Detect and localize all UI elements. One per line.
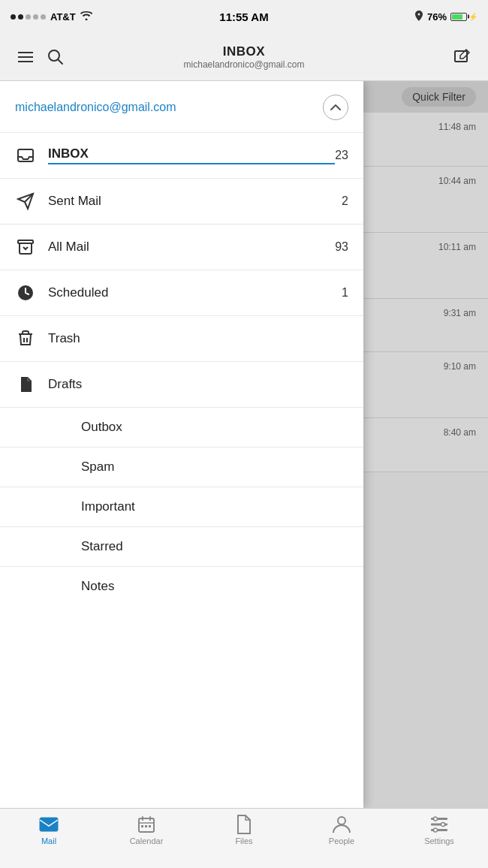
nav-label-spam: Spam xyxy=(81,460,348,475)
svg-point-16 xyxy=(338,817,345,824)
header-title: INBOX xyxy=(184,44,305,59)
nav-item-starred[interactable]: Starred xyxy=(0,526,363,566)
signal-dot-1 xyxy=(11,14,16,20)
svg-rect-13 xyxy=(141,825,143,827)
signal-dot-3 xyxy=(26,14,31,20)
nav-item-allmail[interactable]: All Mail93 xyxy=(0,224,363,270)
battery-percent: 76% xyxy=(427,11,447,23)
nav-count-inbox: 23 xyxy=(335,149,348,162)
tab-people-label: People xyxy=(329,836,354,845)
tab-calendar[interactable]: Calendar xyxy=(98,815,195,845)
nav-count-scheduled: 1 xyxy=(342,286,348,300)
drawer-account-header: michaelandronico@gmail.com xyxy=(0,81,363,132)
location-icon xyxy=(414,11,423,23)
header-center: INBOX michaelandronico@gmail.com xyxy=(184,44,305,70)
nav-label-outbox: Outbox xyxy=(81,420,348,435)
svg-rect-14 xyxy=(145,825,147,827)
trash-icon xyxy=(15,328,36,349)
sent-icon xyxy=(15,191,36,212)
nav-item-spam[interactable]: Spam xyxy=(0,447,363,487)
svg-rect-15 xyxy=(149,825,151,827)
nav-item-outbox[interactable]: Outbox xyxy=(0,407,363,447)
status-bar: AT&T 11:55 AM 76% ⚡ xyxy=(0,0,488,33)
nav-label-inbox: INBOX xyxy=(48,146,335,164)
hamburger-icon xyxy=(18,52,33,62)
inbox-icon xyxy=(15,145,36,166)
svg-point-22 xyxy=(434,828,438,832)
nav-item-notes[interactable]: Notes xyxy=(0,566,363,606)
nav-item-scheduled[interactable]: Scheduled1 xyxy=(0,270,363,315)
compose-button[interactable] xyxy=(449,44,476,71)
battery-icon: ⚡ xyxy=(450,13,477,21)
nav-item-important[interactable]: Important xyxy=(0,487,363,526)
nav-item-trash[interactable]: Trash xyxy=(0,315,363,361)
files-tab-icon xyxy=(234,815,254,834)
status-time: 11:55 AM xyxy=(219,11,268,23)
compose-icon xyxy=(453,48,471,66)
draft-icon xyxy=(15,374,36,395)
nav-item-inbox[interactable]: INBOX23 xyxy=(0,132,363,178)
settings-tab-icon xyxy=(429,815,449,834)
header: INBOX michaelandronico@gmail.com xyxy=(0,33,488,81)
nav-item-sent[interactable]: Sent Mail2 xyxy=(0,178,363,224)
signal-dot-2 xyxy=(18,14,23,20)
tab-mail[interactable]: Mail xyxy=(0,815,98,845)
nav-label-notes: Notes xyxy=(81,579,348,594)
svg-point-21 xyxy=(441,823,445,827)
header-subtitle: michaelandronico@gmail.com xyxy=(184,59,305,70)
hamburger-button[interactable] xyxy=(12,44,39,71)
status-left: AT&T xyxy=(11,11,92,23)
nav-label-important: Important xyxy=(81,499,348,514)
tab-mail-label: Mail xyxy=(41,836,56,845)
nav-count-sent: 2 xyxy=(342,194,348,208)
svg-line-1 xyxy=(58,59,62,64)
tab-calendar-label: Calendar xyxy=(130,836,164,845)
search-icon xyxy=(47,49,64,65)
nav-label-sent: Sent Mail xyxy=(48,194,342,209)
nav-items-container: INBOX23Sent Mail2All Mail93Scheduled1Tra… xyxy=(0,132,363,606)
nav-label-trash: Trash xyxy=(48,331,348,346)
carrier-label: AT&T xyxy=(50,11,76,23)
nav-label-scheduled: Scheduled xyxy=(48,285,342,300)
quick-filter-button[interactable]: Quick Filter xyxy=(402,87,476,107)
tab-files[interactable]: Files xyxy=(195,815,293,845)
tab-files-label: Files xyxy=(235,836,252,845)
header-left xyxy=(12,44,69,71)
drawer-account-email: michaelandronico@gmail.com xyxy=(15,101,176,114)
signal-dot-5 xyxy=(41,14,46,20)
tab-settings-label: Settings xyxy=(424,836,454,845)
svg-point-20 xyxy=(434,817,438,821)
search-button[interactable] xyxy=(42,44,69,71)
charging-icon: ⚡ xyxy=(468,13,477,21)
tab-bar: Mail Calendar Files xyxy=(0,808,488,868)
signal-dot-4 xyxy=(33,14,38,20)
status-right: 76% ⚡ xyxy=(414,11,477,23)
nav-label-starred: Starred xyxy=(81,539,348,554)
archive-icon xyxy=(15,237,36,258)
mail-tab-icon xyxy=(39,815,59,834)
signal-dots xyxy=(11,14,46,20)
nav-label-drafts: Drafts xyxy=(48,377,348,392)
people-tab-icon xyxy=(332,815,351,834)
nav-count-allmail: 93 xyxy=(335,240,348,254)
wifi-icon xyxy=(80,11,92,23)
nav-item-drafts[interactable]: Drafts xyxy=(0,361,363,407)
drawer-collapse-button[interactable] xyxy=(323,95,348,120)
nav-label-allmail: All Mail xyxy=(48,240,335,255)
svg-rect-4 xyxy=(18,240,33,243)
clock-icon xyxy=(15,282,36,303)
chevron-up-icon xyxy=(330,104,341,111)
tab-people[interactable]: People xyxy=(293,815,390,845)
calendar-tab-icon xyxy=(137,815,156,834)
tab-settings[interactable]: Settings xyxy=(390,815,488,845)
navigation-drawer: michaelandronico@gmail.com INBOX23Sent M… xyxy=(0,81,363,808)
